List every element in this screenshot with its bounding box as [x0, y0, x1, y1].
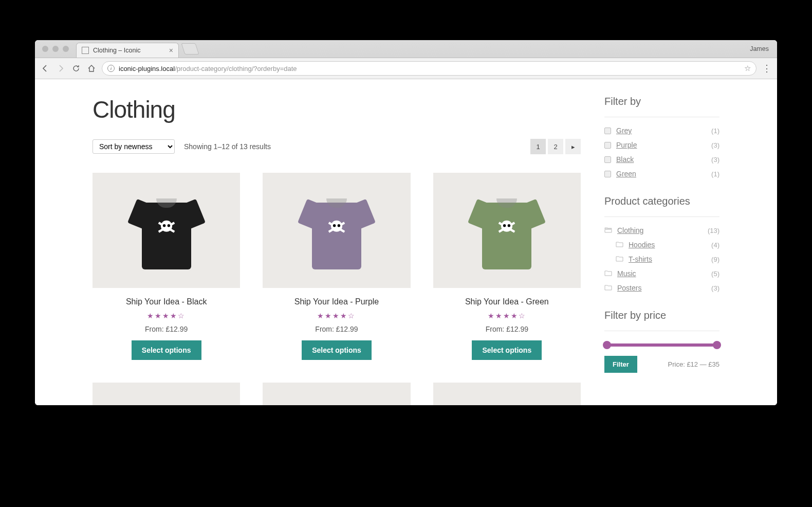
filter-by-section: Filter by Grey(1)Purple(3)Black(3)Green(… [604, 96, 719, 178]
browser-toolbar: i iconic-plugins.local/product-category/… [35, 58, 777, 79]
close-window-icon[interactable] [42, 46, 48, 52]
price-range-label: Price: £12 — £35 [668, 360, 719, 368]
price-slider-max-handle[interactable] [713, 341, 721, 349]
category-count: (4) [711, 241, 719, 249]
price-slider[interactable] [604, 343, 719, 347]
product-card[interactable]: Ship Your Idea - Green ★★★★☆ From: £12.9… [433, 173, 581, 360]
category-label[interactable]: Music [617, 269, 636, 278]
svg-point-8 [333, 224, 336, 227]
filter-price-section: Filter by price Filter Price: £12 — £35 [604, 310, 719, 373]
product-image [433, 383, 581, 405]
back-button[interactable] [40, 63, 50, 74]
category-item[interactable]: Hoodies(4) [604, 241, 719, 249]
product-image [93, 383, 240, 405]
folder-icon [604, 269, 612, 278]
filter-by-title: Filter by [604, 96, 719, 107]
product-image [433, 173, 581, 288]
checkbox-icon[interactable] [604, 171, 611, 177]
page-content: Clothing Sort by newness Showing 1–12 of… [35, 79, 777, 405]
category-label[interactable]: Hoodies [629, 241, 655, 249]
address-bar[interactable]: i iconic-plugins.local/product-category/… [102, 61, 756, 76]
folder-icon [616, 255, 623, 263]
product-image [93, 173, 240, 288]
new-tab-button[interactable] [181, 43, 199, 55]
reload-button[interactable] [71, 63, 81, 74]
filter-option[interactable]: Purple(3) [604, 141, 719, 149]
window-controls[interactable] [39, 46, 72, 52]
categories-title: Product categories [604, 195, 719, 207]
product-card[interactable] [263, 383, 410, 405]
category-label[interactable]: Clothing [617, 226, 643, 234]
category-count: (3) [711, 284, 719, 292]
product-title: Ship Your Idea - Purple [263, 297, 410, 306]
sidebar: Filter by Grey(1)Purple(3)Black(3)Green(… [604, 96, 719, 405]
category-item[interactable]: Clothing(13) [604, 226, 719, 234]
maximize-window-icon[interactable] [63, 46, 69, 52]
product-card[interactable] [93, 383, 240, 405]
bookmark-icon[interactable]: ☆ [744, 64, 751, 73]
product-card[interactable] [433, 383, 581, 405]
select-options-button[interactable]: Select options [472, 340, 542, 360]
browser-tab[interactable]: Clothing – Iconic × [76, 43, 179, 58]
category-item[interactable]: T-shirts(9) [604, 255, 719, 263]
checkbox-icon[interactable] [604, 142, 611, 149]
select-options-button[interactable]: Select options [302, 340, 372, 360]
page-title: Clothing [93, 96, 581, 123]
home-button[interactable] [86, 63, 97, 74]
filter-label[interactable]: Grey [616, 126, 632, 135]
price-filter-button[interactable]: Filter [604, 356, 637, 373]
divider [604, 216, 719, 217]
filter-option[interactable]: Black(3) [604, 155, 719, 164]
favicon-icon [82, 47, 89, 54]
category-item[interactable]: Music(5) [604, 269, 719, 278]
filter-price-title: Filter by price [604, 310, 719, 321]
pagination: 1 2 ▸ [530, 139, 581, 154]
filter-label[interactable]: Purple [616, 141, 637, 149]
product-card[interactable]: Ship Your Idea - Purple ★★★★☆ From: £12.… [263, 173, 410, 360]
filter-label[interactable]: Green [616, 170, 636, 178]
svg-point-9 [338, 224, 341, 227]
url-text: iconic-plugins.local/product-category/cl… [119, 65, 297, 73]
rating-icon: ★★★★☆ [93, 312, 240, 320]
price-slider-min-handle[interactable] [603, 341, 611, 349]
filter-option[interactable]: Grey(1) [604, 126, 719, 135]
product-card[interactable]: Ship Your Idea - Black ★★★★☆ From: £12.9… [93, 173, 240, 360]
select-options-button[interactable]: Select options [132, 340, 201, 360]
product-image [263, 173, 410, 288]
category-item[interactable]: Posters(3) [604, 284, 719, 292]
svg-point-14 [508, 224, 511, 227]
svg-point-12 [501, 221, 512, 232]
product-price: From: £12.99 [93, 325, 240, 333]
page-next-button[interactable]: ▸ [565, 139, 581, 154]
product-grid: Ship Your Idea - Black ★★★★☆ From: £12.9… [93, 173, 581, 405]
sort-select[interactable]: Sort by newness [93, 139, 175, 154]
tab-title: Clothing – Iconic [93, 47, 140, 54]
checkbox-icon[interactable] [604, 156, 611, 163]
categories-section: Product categories Clothing(13)Hoodies(4… [604, 195, 719, 292]
page-1-button[interactable]: 1 [530, 139, 546, 154]
category-label[interactable]: T-shirts [629, 255, 652, 263]
checkbox-icon[interactable] [604, 128, 611, 134]
category-label[interactable]: Posters [617, 284, 641, 292]
close-tab-icon[interactable]: × [169, 46, 173, 55]
product-title: Ship Your Idea - Black [93, 297, 240, 306]
product-price: From: £12.99 [433, 325, 581, 333]
product-image [263, 383, 410, 405]
svg-point-2 [161, 221, 172, 232]
site-info-icon[interactable]: i [107, 65, 115, 72]
results-count: Showing 1–12 of 13 results [184, 142, 271, 151]
page-2-button[interactable]: 2 [548, 139, 563, 154]
browser-window: Clothing – Iconic × James i iconic-plugi… [35, 40, 777, 405]
forward-button[interactable] [56, 63, 66, 74]
filter-count: (1) [711, 127, 719, 135]
browser-menu-button[interactable]: ⋮ [762, 63, 772, 74]
product-title: Ship Your Idea - Green [433, 297, 581, 306]
minimize-window-icon[interactable] [52, 46, 59, 52]
filter-label[interactable]: Black [616, 155, 634, 164]
divider [604, 331, 719, 331]
svg-point-7 [331, 221, 342, 232]
product-price: From: £12.99 [263, 325, 410, 333]
filter-option[interactable]: Green(1) [604, 170, 719, 178]
browser-profile[interactable]: James [750, 45, 773, 52]
divider [604, 117, 719, 117]
